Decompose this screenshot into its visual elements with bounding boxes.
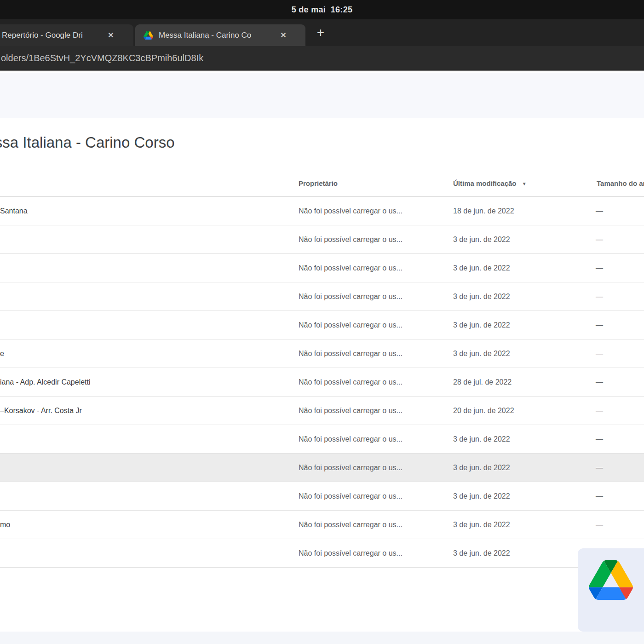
close-icon[interactable]: ✕	[105, 29, 117, 41]
file-owner: Não foi possível carregar o us...	[299, 407, 448, 415]
file-size: —	[596, 264, 603, 272]
file-size: —	[596, 521, 603, 529]
folder-title-container: Messa Italiana - Carino Corso	[0, 134, 644, 156]
drive-page: Messa Italiana - Carino Corso Proprietár…	[0, 73, 644, 644]
table-row[interactable]: Não foi possível carregar o us... 3 de j…	[0, 282, 644, 311]
file-modified-date: 3 de jun. de 2022	[453, 435, 559, 443]
close-icon[interactable]: ✕	[277, 29, 289, 41]
file-size: —	[596, 464, 603, 472]
file-modified-date: 3 de jun. de 2022	[453, 293, 559, 301]
table-row[interactable]: Não foi possível carregar o us... 3 de j…	[0, 225, 644, 254]
table-row[interactable]: Não foi possível carregar o us... 3 de j…	[0, 539, 644, 568]
file-table: Proprietário Última modificação ▼ Tamanh…	[0, 167, 644, 568]
tab-title: Messa Italiana - Carino Co	[159, 31, 273, 40]
file-owner: Não foi possível carregar o us...	[299, 464, 448, 472]
file-size: —	[596, 207, 603, 215]
table-row[interactable]: e Não foi possível carregar o us... 3 de…	[0, 339, 644, 368]
file-owner: Não foi possível carregar o us...	[299, 521, 448, 529]
file-modified-date: 3 de jun. de 2022	[453, 350, 559, 358]
file-size: —	[596, 321, 603, 329]
table-row[interactable]: Não foi possível carregar o us... 3 de j…	[0, 254, 644, 282]
table-row[interactable]: –Korsakov - Arr. Costa Jr Não foi possív…	[0, 397, 644, 425]
table-header-row: Proprietário Última modificação ▼ Tamanh…	[0, 167, 644, 197]
file-modified-date: 28 de jul. de 2022	[453, 378, 559, 386]
file-modified-date: 3 de jun. de 2022	[453, 521, 559, 529]
file-owner: Não foi possível carregar o us...	[299, 378, 448, 386]
file-rows: Santana Não foi possível carregar o us..…	[0, 197, 644, 568]
file-name[interactable]: mo	[0, 521, 290, 529]
footer-strip	[0, 632, 644, 644]
system-clock[interactable]: 5 de mai 16:25	[292, 5, 353, 15]
google-drive-favicon-icon	[144, 31, 153, 40]
file-owner: Não foi possível carregar o us...	[299, 435, 448, 443]
file-size: —	[596, 350, 603, 358]
address-url-text[interactable]: olders/1Be6StvH_2YcVMQZ8KC3cBPmih6ulD8Ik	[1, 53, 203, 63]
table-row[interactable]: iana - Adp. Alcedir Capeletti Não foi po…	[0, 368, 644, 397]
file-modified-date: 3 de jun. de 2022	[453, 549, 559, 558]
file-owner: Não foi possível carregar o us...	[299, 236, 448, 244]
browser-tab-strip: Repertório - Google Dri ✕ Messa Italiana…	[0, 19, 644, 46]
drive-logo-card[interactable]	[578, 548, 644, 632]
tab-title: Repertório - Google Dri	[2, 31, 100, 40]
sort-desc-icon[interactable]: ▼	[522, 181, 527, 186]
column-header-modified[interactable]: Última modificação ▼	[453, 179, 527, 187]
folder-title: Messa Italiana - Carino Corso	[0, 134, 175, 151]
file-size: —	[596, 407, 603, 415]
table-row[interactable]: mo Não foi possível carregar o us... 3 d…	[0, 511, 644, 539]
file-name[interactable]: iana - Adp. Alcedir Capeletti	[0, 378, 290, 386]
table-row[interactable]: Santana Não foi possível carregar o us..…	[0, 197, 644, 225]
file-size: —	[596, 435, 603, 443]
file-modified-date: 3 de jun. de 2022	[453, 321, 559, 329]
file-owner: Não foi possível carregar o us...	[299, 293, 448, 301]
file-modified-date: 3 de jun. de 2022	[453, 464, 559, 472]
google-drive-logo	[589, 560, 633, 600]
file-name[interactable]: –Korsakov - Arr. Costa Jr	[0, 407, 290, 415]
file-size: —	[596, 293, 603, 301]
file-owner: Não foi possível carregar o us...	[299, 549, 448, 558]
table-row[interactable]: Não foi possível carregar o us... 3 de j…	[0, 425, 644, 454]
table-row[interactable]: Não foi possível carregar o us... 3 de j…	[0, 454, 644, 482]
table-row[interactable]: Não foi possível carregar o us... 3 de j…	[0, 311, 644, 339]
column-header-owner[interactable]: Proprietário	[299, 179, 338, 187]
file-name[interactable]: e	[0, 350, 290, 358]
column-header-modified-label: Última modificação	[453, 179, 517, 187]
address-bar[interactable]: olders/1Be6StvH_2YcVMQZ8KC3cBPmih6ulD8Ik	[0, 46, 644, 71]
file-modified-date: 18 de jun. de 2022	[453, 207, 559, 215]
file-owner: Não foi possível carregar o us...	[299, 492, 448, 500]
column-header-size[interactable]: Tamanho do arquivo	[597, 179, 644, 187]
file-modified-date: 3 de jun. de 2022	[453, 492, 559, 500]
tab-repertorio[interactable]: Repertório - Google Dri ✕	[0, 24, 133, 46]
drive-header-band	[0, 73, 644, 118]
file-modified-date: 20 de jun. de 2022	[453, 407, 559, 415]
new-tab-button[interactable]: +	[312, 25, 329, 40]
table-row[interactable]: Não foi possível carregar o us... 3 de j…	[0, 482, 644, 511]
file-modified-date: 3 de jun. de 2022	[453, 236, 559, 244]
system-top-bar: 5 de mai 16:25	[0, 0, 644, 19]
file-owner: Não foi possível carregar o us...	[299, 207, 448, 215]
file-owner: Não foi possível carregar o us...	[299, 264, 448, 272]
file-owner: Não foi possível carregar o us...	[299, 350, 448, 358]
tab-messa-italiana[interactable]: Messa Italiana - Carino Co ✕	[135, 24, 305, 46]
file-size: —	[596, 492, 603, 500]
file-owner: Não foi possível carregar o us...	[299, 321, 448, 329]
file-size: —	[596, 378, 603, 386]
file-modified-date: 3 de jun. de 2022	[453, 264, 559, 272]
file-size: —	[596, 236, 603, 244]
file-name[interactable]: Santana	[0, 207, 290, 215]
